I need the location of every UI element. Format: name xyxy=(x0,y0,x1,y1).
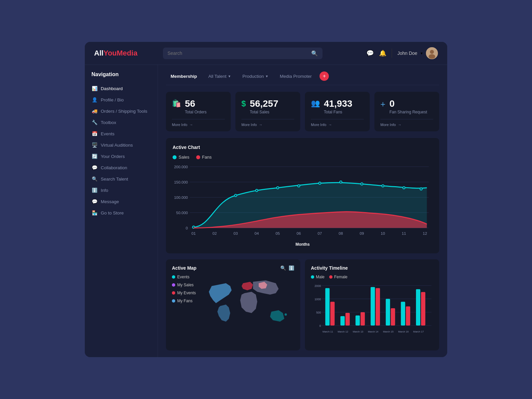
tab-production[interactable]: Production ▼ xyxy=(238,72,273,81)
svg-point-37 xyxy=(285,313,287,316)
tab-add-button[interactable]: + xyxy=(320,71,329,81)
map-section-header: Active Map 🔍 ℹ️ xyxy=(172,265,294,271)
tab-all-talent-label: All Talent xyxy=(208,74,227,79)
fans-stat-label: Total Fans xyxy=(324,110,352,114)
svg-text:March 16: March 16 xyxy=(398,330,409,333)
sidebar-item-info[interactable]: ℹ️ Info xyxy=(85,185,158,196)
svg-text:07: 07 xyxy=(318,231,322,235)
map-info-icon[interactable]: ℹ️ xyxy=(289,265,294,271)
sidebar-item-collaboration[interactable]: 💬 Collaboration xyxy=(85,162,158,173)
bar-chart-svg: 2000 1000 500 0 xyxy=(311,282,433,343)
svg-point-21 xyxy=(382,185,384,187)
legend-my-fans: My Fans xyxy=(172,299,199,303)
svg-point-23 xyxy=(420,188,422,190)
svg-rect-50 xyxy=(355,316,360,326)
sidebar-item-profile[interactable]: 👤 Profile / Bio xyxy=(85,94,158,105)
stat-header-orders: 🛍️ 56 Total Orders xyxy=(172,98,225,114)
sidebar-label-virtual-auditions: Virtual Auditions xyxy=(101,143,133,148)
chevron-down-icon: ▼ xyxy=(420,52,423,55)
sidebar-nav-title: Navigation xyxy=(85,71,158,83)
user-info[interactable]: John Doe ▼ xyxy=(397,47,438,59)
search-input[interactable] xyxy=(168,51,309,56)
user-name: John Doe xyxy=(397,51,417,56)
collaboration-icon: 💬 xyxy=(91,165,97,170)
svg-text:09: 09 xyxy=(360,231,364,235)
fan-sharing-more-info[interactable]: More Info → xyxy=(380,119,433,127)
sales-stat-icon: $ xyxy=(241,99,246,108)
fans-more-info-text: More Info xyxy=(311,123,326,127)
messages-icon[interactable]: 💬 xyxy=(366,50,374,57)
sidebar-item-go-to-store[interactable]: 🏪 Go to Store xyxy=(85,207,158,218)
sidebar-item-your-orders[interactable]: 🔄 Your Orders xyxy=(85,151,158,162)
legend-circle-my-sales xyxy=(172,283,175,287)
legend-circle-my-events xyxy=(172,291,175,295)
svg-text:10: 10 xyxy=(381,231,385,235)
tab-production-label: Production xyxy=(242,74,264,79)
legend-events-label: Events xyxy=(177,275,190,279)
fan-sharing-stat-label: Fan Sharing Request xyxy=(389,110,427,114)
sidebar-item-message[interactable]: 💬 Message xyxy=(85,196,158,207)
legend-my-events-label: My Events xyxy=(177,291,196,295)
svg-text:08: 08 xyxy=(339,231,343,235)
svg-rect-51 xyxy=(360,312,365,326)
svg-text:05: 05 xyxy=(276,231,280,235)
active-chart-section: Active Chart Sales Fans xyxy=(166,138,439,253)
body-layout: Navigation 📊 Dashboard 👤 Profile / Bio 🚚… xyxy=(85,65,447,357)
sidebar-item-events[interactable]: 📅 Events xyxy=(85,128,158,139)
svg-rect-47 xyxy=(330,302,334,326)
svg-text:02: 02 xyxy=(212,231,217,235)
dashboard-icon: 📊 xyxy=(91,86,97,91)
sidebar-item-orders-shipping[interactable]: 🚚 Orders / Shipping Tools xyxy=(85,105,158,117)
sidebar-item-dashboard[interactable]: 📊 Dashboard xyxy=(85,83,158,94)
svg-rect-48 xyxy=(340,316,345,326)
svg-point-1 xyxy=(430,50,434,54)
legend-sales-label: Sales xyxy=(179,155,190,160)
sidebar-label-toolbox: Toolbox xyxy=(101,120,116,125)
svg-point-17 xyxy=(298,185,300,187)
orders-more-info[interactable]: More Info → xyxy=(172,119,225,127)
stat-header-sales: $ 56,257 Total Sales xyxy=(241,98,294,114)
svg-point-20 xyxy=(361,183,363,185)
sidebar-label-your-orders: Your Orders xyxy=(101,154,125,159)
logo: AllYouMedia xyxy=(94,49,137,58)
legend-dot-fans xyxy=(196,155,200,159)
fan-sharing-more-info-arrow: → xyxy=(398,123,401,127)
svg-text:100.000: 100.000 xyxy=(174,196,188,200)
stat-card-fan-sharing: + 0 Fan Sharing Request More Info → xyxy=(374,92,439,131)
svg-point-18 xyxy=(319,182,321,185)
sales-more-info-text: More Info xyxy=(241,123,257,127)
tab-all-talent[interactable]: All Talent ▼ xyxy=(204,72,236,81)
map-legend: Events My Sales My Events xyxy=(172,275,199,303)
tab-media-promoter[interactable]: Media Promoter xyxy=(275,72,316,81)
svg-text:0: 0 xyxy=(186,226,188,230)
svg-text:0: 0 xyxy=(319,324,321,328)
app-container: AllYouMedia 🔍 💬 🔔 John Doe ▼ xyxy=(85,42,447,357)
logo-all: All xyxy=(94,49,103,57)
sidebar-item-search-talent[interactable]: 🔍 Search Talent xyxy=(85,173,158,185)
search-bar[interactable]: 🔍 xyxy=(163,48,323,59)
sidebar-label-dashboard: Dashboard xyxy=(101,86,123,91)
svg-text:March 14: March 14 xyxy=(368,330,378,333)
user-avatar xyxy=(426,47,438,59)
legend-my-sales: My Sales xyxy=(172,283,199,287)
notifications-icon[interactable]: 🔔 xyxy=(379,50,386,57)
sales-more-info[interactable]: More Info → xyxy=(241,119,294,127)
fan-sharing-stat-icon: + xyxy=(380,99,385,109)
fans-more-info-arrow: → xyxy=(328,123,332,127)
tab-all-talent-chevron: ▼ xyxy=(228,74,231,78)
svg-text:12: 12 xyxy=(423,231,427,235)
events-icon: 📅 xyxy=(91,131,97,136)
svg-rect-55 xyxy=(391,308,395,326)
virtual-auditions-icon: 🖥️ xyxy=(91,142,97,148)
fans-more-info[interactable]: More Info → xyxy=(311,119,364,127)
svg-rect-57 xyxy=(406,307,410,326)
sidebar-label-events: Events xyxy=(101,131,114,136)
sidebar-item-virtual-auditions[interactable]: 🖥️ Virtual Auditions xyxy=(85,139,158,151)
tab-production-chevron: ▼ xyxy=(265,74,269,78)
timeline-legend: Male Female xyxy=(311,275,433,279)
tab-membership[interactable]: Membership xyxy=(166,72,202,81)
main-content: Membership All Talent ▼ Production ▼ Med… xyxy=(158,65,447,357)
map-zoom-icon[interactable]: 🔍 xyxy=(280,265,286,271)
legend-my-events: My Events xyxy=(172,291,199,295)
sidebar-item-toolbox[interactable]: 🔧 Toolbox xyxy=(85,117,158,128)
